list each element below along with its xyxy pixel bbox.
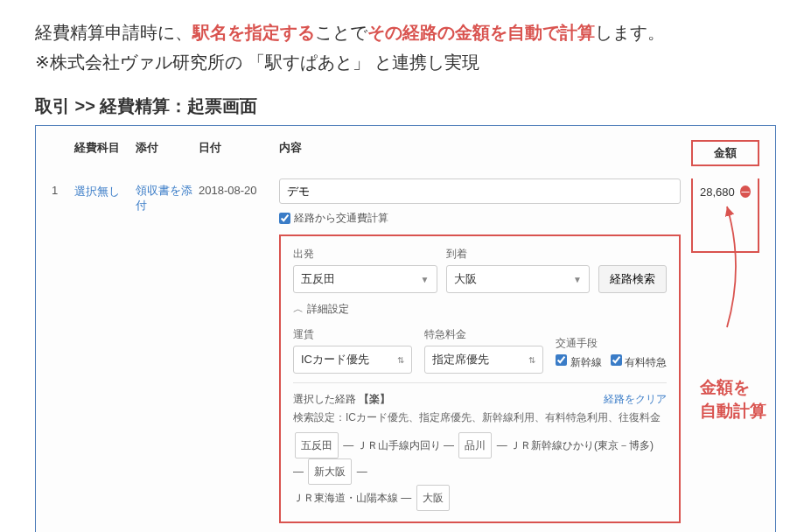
route-path: 五反田 ― ＪＲ山手線内回り ― 品川 ― ＪＲ新幹線ひかり(東京－博多) ― …	[293, 432, 667, 511]
stepper-icon: ⇅	[528, 355, 535, 365]
amount-value: 28,680	[700, 186, 735, 199]
amount-cell: 28,680 ―	[691, 178, 759, 253]
header-amount: 金額	[691, 140, 759, 166]
remove-row-icon[interactable]: ―	[740, 186, 751, 198]
selected-route-label: 選択した経路	[293, 393, 356, 405]
section-title: 取引 >> 経費精算：起票画面	[35, 94, 776, 118]
express-select[interactable]: 指定席優先⇅	[424, 346, 543, 374]
date-field[interactable]: 2018-08-20	[199, 178, 279, 197]
opt-shinkansen[interactable]: 新幹線	[556, 354, 601, 370]
detail-toggle[interactable]: ︿ 詳細設定	[293, 302, 667, 317]
header-date: 日付	[199, 140, 279, 166]
clear-route-link[interactable]: 経路をクリア	[604, 392, 667, 407]
search-settings: 検索設定：ICカード優先、指定席優先、新幹線利用、有料特急利用、往復料金	[293, 410, 667, 425]
chevron-up-icon: ︿	[293, 302, 304, 317]
route-calc-checkbox-input[interactable]	[279, 213, 290, 224]
raku-badge: 【楽】	[359, 393, 390, 405]
annotation-text: 金額を自動計算	[700, 376, 811, 423]
header-attach: 添付	[136, 140, 199, 166]
opt-express[interactable]: 有料特急	[611, 354, 667, 370]
arrival-select[interactable]: 大阪▼	[446, 265, 591, 293]
route-panel: 出発 五反田▼ 到着 大阪▼ 経路検索 ︿ 詳細設定	[279, 234, 681, 523]
table-row: 1 選択無し 領収書を添付 2018-08-20 経路から交通費計算 出発 五反…	[52, 173, 759, 523]
fare-label: 運賃	[293, 327, 412, 342]
fare-select[interactable]: ICカード優先⇅	[293, 346, 412, 374]
express-label: 特急料金	[424, 327, 543, 342]
account-select[interactable]: 選択無し	[74, 178, 136, 200]
transport-label: 交通手段	[556, 336, 667, 351]
attach-link[interactable]: 領収書を添付	[136, 178, 199, 214]
app-frame: 経費科目 添付 日付 内容 金額 1 選択無し 領収書を添付 2018-08-2…	[35, 125, 776, 532]
table-header: 経費科目 添付 日付 内容 金額	[52, 136, 759, 173]
route-search-button[interactable]: 経路検索	[598, 265, 667, 293]
header-content: 内容	[279, 140, 681, 166]
header-account: 経費科目	[74, 140, 136, 166]
chevron-down-icon: ▼	[573, 275, 582, 284]
row-number: 1	[52, 178, 74, 197]
intro-text: 経費精算申請時に、駅名を指定することでその経路の金額を自動で計算します。 ※株式…	[35, 18, 776, 77]
chevron-down-icon: ▼	[421, 275, 430, 284]
arrival-label: 到着	[446, 247, 591, 262]
departure-label: 出発	[293, 247, 437, 262]
route-calc-checkbox[interactable]: 経路から交通費計算	[279, 211, 681, 226]
content-input[interactable]	[279, 178, 681, 204]
departure-select[interactable]: 五反田▼	[293, 265, 437, 293]
stepper-icon: ⇅	[397, 355, 404, 365]
